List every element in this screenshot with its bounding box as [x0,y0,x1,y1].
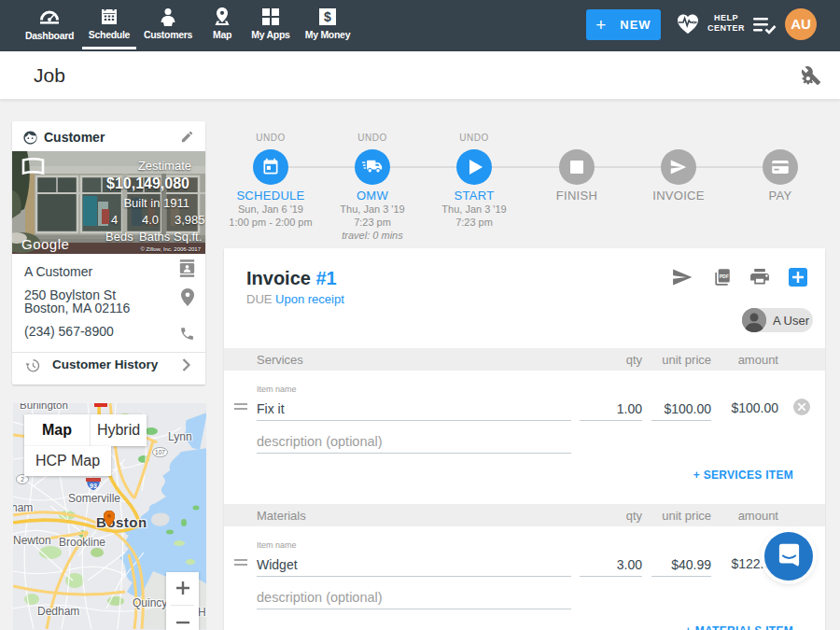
svg-text:$: $ [324,9,331,24]
svg-text:2: 2 [21,476,24,483]
svg-text:93: 93 [90,483,97,489]
svg-text:107: 107 [155,449,165,455]
svg-text:PDF: PDF [720,273,729,279]
